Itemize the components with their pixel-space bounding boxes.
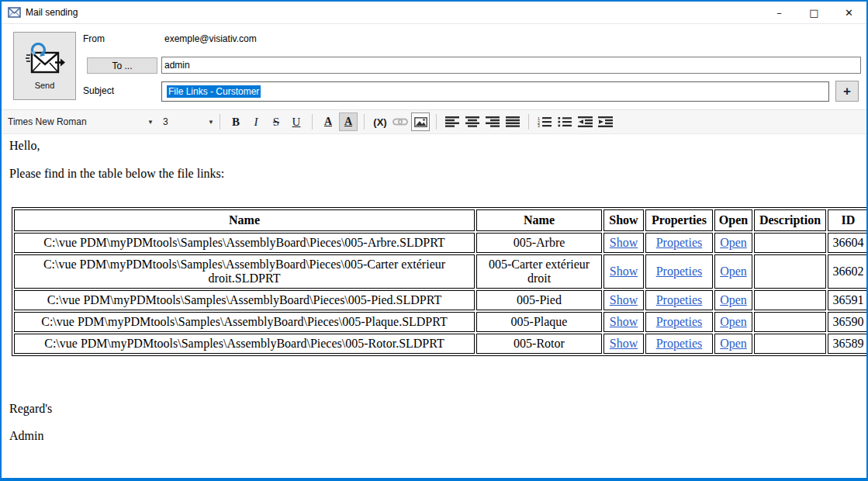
signature-text: Admin [9, 429, 43, 443]
file-path-cell: C:\vue PDM\myPDMtools\Samples\AssemblyBo… [14, 254, 475, 289]
show-cell: Show [603, 334, 644, 354]
send-mail-icon [24, 43, 66, 80]
outdent-button[interactable] [576, 112, 594, 131]
align-left-button[interactable] [443, 112, 462, 131]
image-icon [414, 117, 427, 127]
align-right-button[interactable] [483, 112, 502, 131]
chevron-down-icon: ▼ [147, 119, 154, 126]
description-cell [754, 233, 826, 253]
properties-link[interactable]: Propeties [656, 293, 703, 306]
numbered-list-icon: 1 2 3 [538, 116, 552, 127]
show-cell: Show [603, 312, 644, 332]
link-icon [393, 117, 408, 126]
open-link[interactable]: Open [720, 337, 747, 350]
align-center-button[interactable] [463, 112, 482, 131]
mail-sending-window: Mail sending – □ ✕ S [0, 0, 868, 481]
close-button[interactable]: ✕ [832, 2, 866, 23]
show-link[interactable]: Show [610, 293, 638, 306]
add-recipient-button[interactable]: + [835, 81, 859, 102]
subject-input[interactable]: File Links - Curstomer [161, 81, 829, 102]
open-cell: Open [714, 312, 752, 332]
strikethrough-button[interactable]: S [267, 112, 285, 131]
insert-image-button[interactable] [411, 112, 430, 131]
bold-button[interactable]: B [227, 112, 245, 131]
toolbar-separator [436, 114, 437, 130]
open-cell: Open [714, 290, 752, 310]
open-link[interactable]: Open [720, 315, 747, 328]
greeting-text: Hello, [9, 139, 40, 153]
to-input-value: admin [164, 60, 190, 71]
header-properties: Properties [645, 209, 713, 231]
toolbar-separator [364, 114, 365, 130]
chevron-down-icon: ▼ [208, 119, 214, 126]
id-cell: 36602 [828, 254, 868, 289]
indent-button[interactable] [596, 112, 614, 131]
numbered-list-button[interactable]: 1 2 3 [535, 112, 554, 131]
window-title: Mail sending [26, 7, 78, 18]
from-value: exemple@visiativ.com [164, 33, 257, 44]
bullet-list-icon [558, 116, 572, 127]
properties-cell: Propeties [645, 290, 713, 310]
font-family-dropdown[interactable]: Times New Roman ▼ [8, 116, 154, 127]
id-cell: 36604 [828, 233, 868, 253]
from-label: From [83, 33, 105, 44]
message-body-editor[interactable]: Hello, Please find in the table below th… [2, 134, 866, 479]
underline-button[interactable]: U [287, 112, 306, 131]
table-header-row: Name Name Show Properties Open Descripti… [14, 209, 868, 231]
description-cell [754, 334, 826, 354]
file-path-cell: C:\vue PDM\myPDMtools\Samples\AssemblyBo… [14, 233, 475, 253]
show-link[interactable]: Show [610, 315, 638, 328]
description-cell [754, 312, 826, 332]
properties-link[interactable]: Propeties [656, 265, 703, 278]
outdent-icon [578, 116, 593, 127]
to-input[interactable]: admin [161, 57, 861, 74]
table-row: C:\vue PDM\myPDMtools\Samples\AssemblyBo… [14, 233, 868, 253]
show-link[interactable]: Show [610, 337, 638, 350]
open-link[interactable]: Open [720, 265, 747, 278]
open-link[interactable]: Open [720, 236, 747, 249]
indent-icon [598, 116, 613, 127]
window-controls: – □ ✕ [762, 2, 866, 23]
toolbar-separator [220, 114, 220, 130]
intro-text: Please find in the table below the file … [9, 167, 224, 181]
subject-input-value: File Links - Curstomer [167, 85, 261, 98]
show-link[interactable]: Show [610, 236, 638, 249]
show-link[interactable]: Show [610, 265, 638, 278]
properties-link[interactable]: Propeties [656, 236, 703, 249]
align-justify-icon [506, 116, 520, 127]
file-name-cell: 005-Pied [476, 290, 602, 310]
to-button[interactable]: To ... [87, 57, 157, 74]
closing-text: Regard's [9, 402, 52, 416]
file-path-cell: C:\vue PDM\myPDMtools\Samples\AssemblyBo… [14, 312, 475, 332]
file-table-body: C:\vue PDM\myPDMtools\Samples\AssemblyBo… [14, 233, 868, 354]
align-right-icon [486, 116, 500, 127]
open-cell: Open [714, 254, 752, 289]
properties-link[interactable]: Propeties [656, 315, 703, 328]
maximize-button[interactable]: □ [797, 2, 832, 23]
send-button[interactable]: Send [13, 32, 76, 100]
open-link[interactable]: Open [720, 293, 747, 306]
insert-link-button[interactable] [391, 112, 410, 131]
italic-button[interactable]: I [247, 112, 265, 131]
remove-format-button[interactable]: (X) [371, 112, 389, 131]
minimize-button[interactable]: – [762, 2, 797, 23]
show-cell: Show [603, 290, 644, 310]
properties-cell: Propeties [645, 233, 713, 253]
properties-link[interactable]: Propeties [656, 337, 703, 350]
file-name-cell: 005-Carter extérieur droit [476, 254, 602, 289]
properties-cell: Propeties [645, 334, 713, 354]
font-size-dropdown[interactable]: 3 ▼ [163, 116, 214, 127]
file-path-cell: C:\vue PDM\myPDMtools\Samples\AssemblyBo… [14, 334, 475, 354]
description-cell [754, 254, 826, 289]
align-justify-button[interactable] [503, 112, 522, 131]
show-cell: Show [603, 233, 644, 253]
table-row: C:\vue PDM\myPDMtools\Samples\AssemblyBo… [14, 334, 868, 354]
file-name-cell: 005-Rotor [476, 334, 602, 354]
titlebar: Mail sending – □ ✕ [2, 2, 866, 24]
highlight-color-button[interactable]: A [339, 112, 358, 131]
font-family-value: Times New Roman [8, 116, 87, 127]
bullet-list-button[interactable] [555, 112, 574, 131]
font-color-button[interactable]: A [319, 112, 337, 131]
table-row: C:\vue PDM\myPDMtools\Samples\AssemblyBo… [14, 312, 868, 332]
properties-cell: Propeties [645, 254, 713, 289]
